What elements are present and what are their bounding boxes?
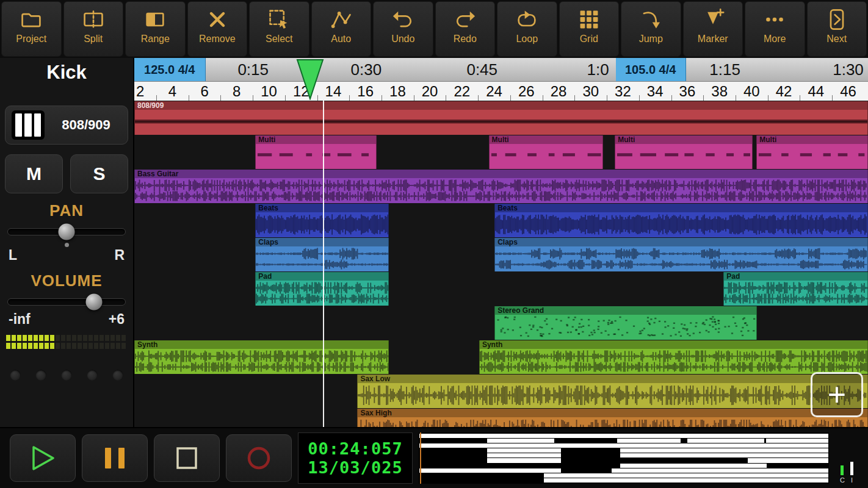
play-button[interactable] <box>10 434 76 482</box>
toolbar-button-undo[interactable]: Undo <box>373 1 433 57</box>
toolbar-button-marker[interactable]: Marker <box>683 1 743 57</box>
time-ruler[interactable]: 0:150:300:451:01:151:30125.0 4/4105.0 4/… <box>134 58 868 81</box>
tempo-marker[interactable]: 125.0 4/4 <box>134 58 206 81</box>
toolbar: ProjectSplitRangeRemoveSelectAutoUndoRed… <box>0 0 868 58</box>
clip-synth[interactable]: Synth <box>479 340 868 374</box>
time-label: 0:30 <box>351 60 382 79</box>
pan-knob[interactable] <box>59 224 75 240</box>
grid-icon <box>577 4 601 35</box>
toolbar-button-loop[interactable]: Loop <box>497 1 557 57</box>
arrangement-overview[interactable] <box>419 432 829 484</box>
volume-knob[interactable] <box>85 294 102 310</box>
panel-page-dot[interactable] <box>87 370 98 381</box>
pause-button[interactable] <box>82 434 148 482</box>
clip-multi[interactable]: Multi <box>255 135 376 169</box>
playhead-marker[interactable] <box>296 59 324 100</box>
stop-button[interactable] <box>154 434 220 482</box>
time-display: 00:24:057 13/03/025 <box>298 432 413 484</box>
bar-tick <box>574 95 575 101</box>
clip-multi[interactable]: Multi <box>615 135 753 169</box>
toolbar-button-label: Loop <box>516 34 538 45</box>
track-row-multi: MultiMultiMultiMulti <box>134 135 868 169</box>
tempo-marker[interactable]: 105.0 4/4 <box>616 58 686 81</box>
track-row-808-909: 808/909 <box>134 101 868 135</box>
toolbar-button-select[interactable]: Select <box>249 1 309 57</box>
clip-multi[interactable]: Multi <box>756 135 868 169</box>
clip-synth[interactable]: Synth <box>134 340 389 374</box>
toolbar-button-label: Next <box>826 34 847 45</box>
panel-page-dot[interactable] <box>61 370 72 381</box>
clip-label: Claps <box>256 238 388 246</box>
instrument-button[interactable]: 808/909 <box>5 106 128 145</box>
track-row-bass-guitar: Bass Guitar <box>134 170 868 203</box>
overview-clip-block <box>487 439 555 443</box>
toolbar-button-next[interactable]: Next <box>807 1 867 57</box>
clip-beats[interactable]: Beats <box>494 204 868 237</box>
bar-number: 46 <box>840 83 856 100</box>
clip-stereo-grand[interactable]: Stereo Grand <box>494 306 757 340</box>
clip-pad[interactable]: Pad <box>723 272 868 306</box>
clip-beats[interactable]: Beats <box>255 204 389 237</box>
mute-button[interactable]: M <box>5 154 63 193</box>
time-label: 1:0 <box>587 60 609 79</box>
arrangement-area: 0:150:300:451:01:151:30125.0 4/4105.0 4/… <box>134 58 868 427</box>
panel-page-dot[interactable] <box>35 370 46 381</box>
clip-label: 808/909 <box>135 101 867 110</box>
bar-tick <box>446 95 446 101</box>
clip-sax-low[interactable]: Sax Low <box>357 375 868 408</box>
redo-arrow-icon <box>453 4 477 35</box>
level-meter <box>6 335 127 349</box>
toolbar-button-remove[interactable]: Remove <box>187 1 248 57</box>
toolbar-button-auto[interactable]: Auto <box>311 1 372 57</box>
volume-label: VOLUME <box>0 271 133 290</box>
bar-number: 4 <box>168 83 176 100</box>
record-button[interactable] <box>226 434 292 482</box>
clip-claps[interactable]: Claps <box>255 238 389 271</box>
toolbar-button-redo[interactable]: Redo <box>435 1 496 57</box>
bar-tick <box>189 95 189 101</box>
clip-bass-guitar[interactable]: Bass Guitar <box>134 170 868 203</box>
toolbar-button-grid[interactable]: Grid <box>559 1 620 57</box>
waveform <box>495 212 867 237</box>
meter-segment <box>116 343 120 349</box>
solo-button[interactable]: S <box>70 154 128 193</box>
add-track-button[interactable]: + <box>811 372 863 417</box>
timeline-ruler[interactable]: 0:150:300:451:01:151:30125.0 4/4105.0 4/… <box>134 58 868 101</box>
meter-segment <box>67 335 71 341</box>
panel-page-dot[interactable] <box>10 370 21 381</box>
toolbar-button-more[interactable]: More <box>745 1 805 57</box>
bar-tick <box>220 95 221 101</box>
io-meter: I <box>850 462 853 484</box>
toolbar-button-jump[interactable]: Jump <box>621 1 681 57</box>
volume-slider[interactable] <box>7 293 126 311</box>
volume-max-label: +6 <box>109 311 125 328</box>
clip-pad[interactable]: Pad <box>255 272 389 306</box>
volume-slider-track <box>7 298 126 306</box>
toolbar-button-range[interactable]: Range <box>125 1 186 57</box>
time-label: 0:45 <box>466 60 497 79</box>
meter-segment <box>28 343 32 349</box>
overview-row <box>419 453 828 458</box>
toolbar-button-project[interactable]: Project <box>1 1 62 57</box>
bar-tick <box>253 95 253 101</box>
meter-segment <box>50 343 54 349</box>
clip-sax-high[interactable]: Sax High <box>357 409 868 427</box>
clip-multi[interactable]: Multi <box>489 135 604 169</box>
overview-clip-block <box>544 478 828 483</box>
clip-label: Sax High <box>358 409 867 417</box>
clip-808-909[interactable]: 808/909 <box>134 101 868 135</box>
clip-label: Bass Guitar <box>135 170 867 178</box>
piano-keys-icon <box>12 110 45 140</box>
pan-slider[interactable] <box>7 223 126 241</box>
overview-clip-block <box>766 439 828 443</box>
panel-page-dot[interactable] <box>112 370 123 381</box>
bar-number: 2 <box>136 83 144 100</box>
toolbar-button-split[interactable]: Split <box>63 1 124 57</box>
bar-ruler[interactable]: 2468101214161820222426283032343638404244… <box>134 81 868 101</box>
overview-row <box>419 464 828 468</box>
bar-number: 6 <box>200 83 208 100</box>
toolbar-button-label: Jump <box>639 34 663 45</box>
waveform <box>480 349 867 373</box>
split-icon <box>81 4 106 35</box>
clip-claps[interactable]: Claps <box>494 238 868 271</box>
